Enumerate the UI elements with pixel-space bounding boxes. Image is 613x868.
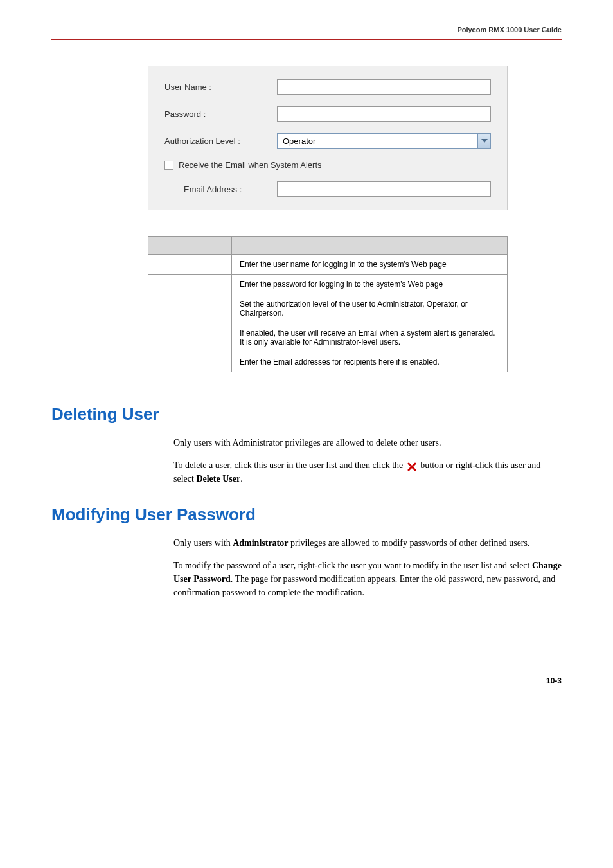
table-cell-desc: Enter the password for logging in to the… <box>232 275 508 294</box>
table-cell-desc: Set the authorization level of the user … <box>232 294 508 323</box>
password-label: Password : <box>164 109 277 119</box>
password-row: Password : <box>164 106 491 122</box>
receive-email-label: Receive the Email when System Alerts <box>179 160 322 170</box>
parameters-table: Enter the user name for logging in to th… <box>148 236 508 372</box>
auth-level-select[interactable]: Operator <box>277 133 491 149</box>
text-span: To modify the password of a user, right-… <box>173 561 532 570</box>
modifying-password-heading: Modifying User Password <box>51 505 562 525</box>
table-cell-desc: Enter the user name for logging in to th… <box>232 255 508 275</box>
desc-prefix: Enter the Email addresses for recipients… <box>240 357 402 366</box>
receive-email-checkbox[interactable] <box>164 161 173 170</box>
text-span: privileges are allowed to modify passwor… <box>289 538 530 548</box>
table-header-param <box>148 237 232 255</box>
modifying-password-p1: Only users with Administrator privileges… <box>173 536 562 550</box>
user-name-input[interactable] <box>277 79 491 95</box>
header-guide-title: Polycom RMX 1000 User Guide <box>51 26 562 40</box>
table-row: If enabled, the user will receive an Ema… <box>148 323 508 352</box>
text-span: Only users with <box>173 538 233 548</box>
table-cell-param <box>148 275 232 294</box>
desc-suffix: is enabled. <box>402 357 440 366</box>
page-number: 10-3 <box>51 676 562 685</box>
table-cell-param <box>148 294 232 323</box>
table-cell-desc: Enter the Email addresses for recipients… <box>232 352 508 372</box>
chevron-down-icon <box>481 139 488 143</box>
table-row: Enter the user name for logging in to th… <box>148 255 508 275</box>
delete-x-icon <box>407 462 416 471</box>
auth-level-dropdown-button[interactable] <box>477 134 490 148</box>
table-cell-param <box>148 352 232 372</box>
table-header-desc <box>232 237 508 255</box>
table-cell-param <box>148 323 232 352</box>
auth-level-row: Authorization Level : Operator <box>164 133 491 149</box>
text-bold: Administrator <box>233 538 288 548</box>
table-cell-desc: If enabled, the user will receive an Ema… <box>232 323 508 352</box>
deleting-user-heading: Deleting User <box>51 404 562 424</box>
receive-email-row: Receive the Email when System Alerts <box>164 160 491 170</box>
deleting-user-p2: To delete a user, click this user in the… <box>173 458 562 485</box>
password-input[interactable] <box>277 106 491 122</box>
deleting-user-p1: Only users with Administrator privileges… <box>173 436 562 449</box>
text-span: To delete a user, click this user in the… <box>173 460 405 470</box>
user-name-row: User Name : <box>164 79 491 95</box>
text-span: . <box>240 474 243 484</box>
modifying-password-p2: To modify the password of a user, right-… <box>173 559 562 599</box>
table-row: Enter the Email addresses for recipients… <box>148 352 508 372</box>
email-address-input[interactable] <box>277 181 491 197</box>
table-row: Enter the password for logging in to the… <box>148 275 508 294</box>
email-address-row: Email Address : <box>184 181 491 197</box>
user-name-label: User Name : <box>164 82 277 92</box>
email-address-label: Email Address : <box>184 185 277 194</box>
auth-level-selected-value: Operator <box>278 136 477 146</box>
table-row: Set the authorization level of the user … <box>148 294 508 323</box>
auth-level-label: Authorization Level : <box>164 136 277 146</box>
text-span: . The page for password modification app… <box>173 574 555 597</box>
user-settings-panel: User Name : Password : Authorization Lev… <box>148 66 508 210</box>
table-cell-param <box>148 255 232 275</box>
text-bold: Delete User <box>196 474 240 484</box>
table-header-row <box>148 237 508 255</box>
